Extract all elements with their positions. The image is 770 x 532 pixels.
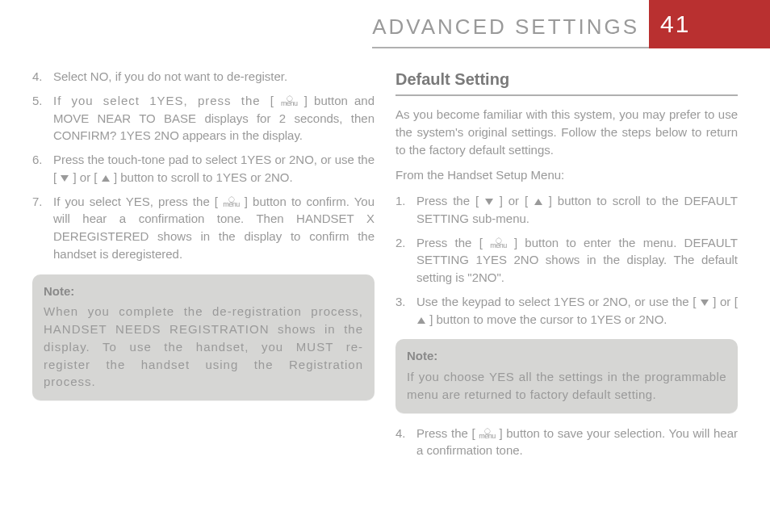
step-text: If you select YES, press the [ [53,195,218,208]
arrow-down-bracket [60,170,69,184]
list-item: 2. Press the [ ◯menu ] button to enter t… [395,234,738,287]
triangle-down-icon [701,300,709,306]
menu-icon: ◯menu [490,237,507,249]
left-column: 4. Select NO, if you do not want to de-r… [32,68,375,471]
step-text: ] or [ [713,295,738,308]
step-text: Press the [ [416,194,479,207]
section-title: Default Setting [395,68,738,96]
arrow-up-bracket [416,312,426,326]
list-item: 7. If you select YES, press the [ ◯menu … [32,193,375,263]
step-number: 4. [32,68,43,86]
triangle-up-icon [534,199,542,205]
page-number-box: 41 [649,0,770,48]
step-text: ] or [ [500,194,528,207]
menu-icon: ◯menu [479,427,496,440]
step-number: 4. [395,425,406,442]
right-steps-list: 1. Press the [ ] or [ ] button to scroll… [395,192,738,328]
menu-icon-bracket: ◯menu [223,195,245,208]
intro-paragraph: As you become familiar with this system,… [395,106,738,158]
step-text: ] button to scroll to 1YES or 2NO. [114,170,293,184]
right-steps-list-2: 4. Press the [ ◯menu ] button to save yo… [395,425,738,460]
list-item: 5. If you select 1YES, press the [ ◯menu… [32,92,375,145]
step-text: Press the [ [416,426,475,440]
left-steps-list: 4. Select NO, if you do not want to de-r… [32,68,375,263]
step-text: If you select 1YES, press the [ [53,94,274,107]
list-item: 6. Press the touch-tone pad to select 1Y… [32,151,375,186]
page-number: 41 [660,10,690,38]
note-box: Note: When you complete the de-registrat… [32,274,375,401]
step-text: ] or [ [73,170,98,184]
step-text: Press the [ [416,236,483,249]
step-text: Select NO, if you do not want to de-regi… [53,69,287,83]
list-item: 1. Press the [ ] or [ ] button to scroll… [395,192,738,228]
from-menu-text: From the Handset Setup Menu: [395,166,738,184]
list-item: 4. Select NO, if you do not want to de-r… [32,68,375,86]
list-item: 4. Press the [ ◯menu ] button to save yo… [395,425,738,460]
note-title: Note: [407,347,726,365]
arrow-down-bracket [484,194,494,207]
step-number: 6. [32,151,43,169]
note-body: When you complete the de-registration pr… [44,303,363,391]
menu-icon: ◯menu [223,195,240,208]
step-number: 5. [32,92,43,110]
arrow-down-bracket [700,295,709,308]
arrow-up-bracket [534,194,543,207]
triangle-up-icon [102,175,110,182]
content-columns: 4. Select NO, if you do not want to de-r… [0,48,770,471]
list-item: 3. Use the keypad to select 1YES or 2NO,… [395,293,738,329]
menu-icon-bracket: ◯menu [490,236,514,249]
triangle-down-icon [485,199,493,205]
step-number: 2. [395,234,406,252]
triangle-up-icon [417,317,425,324]
step-number: 1. [395,192,406,210]
step-text: Use the keypad to select 1YES or 2NO, or… [416,295,696,308]
note-box: Note: If you choose YES all the settings… [395,339,738,413]
page-header: ADVANCED SETTINGS 41 [0,0,770,48]
right-column: Default Setting As you become familiar w… [395,68,738,471]
step-number: 3. [395,293,406,311]
step-text: ] button to move the cursor to 1YES or 2… [429,312,667,326]
menu-icon-bracket: ◯menu [479,426,499,440]
arrow-up-bracket [101,170,111,184]
note-title: Note: [44,283,363,300]
triangle-down-icon [61,175,69,182]
menu-icon-bracket: ◯menu [281,94,304,107]
menu-icon: ◯menu [281,94,298,107]
step-number: 7. [32,193,43,211]
note-body: If you choose YES all the settings in th… [407,368,726,404]
header-title: ADVANCED SETTINGS [372,0,649,48]
